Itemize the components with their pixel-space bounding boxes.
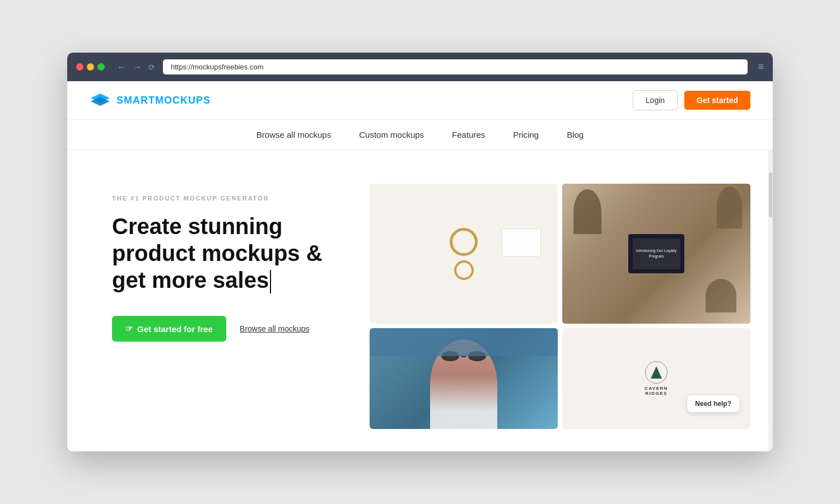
rings-art [450, 228, 478, 280]
forward-button[interactable]: → [130, 61, 144, 73]
address-bar[interactable]: https://mockupsfreebies.com [163, 59, 748, 74]
refresh-button[interactable]: ⟳ [146, 62, 157, 73]
logo-text: SMARTMOCKUPS [116, 95, 211, 106]
hero-title-line2: product mockups & [112, 241, 323, 265]
browser-nav-buttons: ← → ⟳ [115, 61, 157, 73]
product-card-mockup [370, 184, 558, 324]
dot-minimize[interactable] [87, 63, 94, 71]
car-scene [370, 328, 558, 429]
browser-window: ← → ⟳ https://mockupsfreebies.com ≡ SMAR… [67, 53, 773, 451]
person-silhouette-2 [717, 186, 742, 228]
logo-area: SMARTMOCKUPS [90, 92, 211, 108]
gold-ring-large [450, 228, 478, 256]
header-buttons: Login Get started [633, 90, 750, 110]
laptop-screen-text: Introducing Our Loyalty Program [633, 239, 680, 269]
laptop-mockup: Introducing Our Loyalty Program [628, 234, 684, 273]
office-scene: Introducing Our Loyalty Program [562, 184, 750, 324]
nature-brand-label: CAVERNRIDGES [645, 386, 668, 396]
nav-item-features[interactable]: Features [452, 130, 485, 139]
car-window [370, 328, 558, 356]
hero-images: Introducing Our Loyalty Program [370, 184, 750, 429]
nav-item-pricing[interactable]: Pricing [513, 130, 539, 139]
hero-actions: ☞ Get started for free Browse all mockup… [112, 316, 347, 342]
get-started-button[interactable]: Get started [684, 91, 750, 110]
tree-icon [651, 366, 662, 379]
nature-logo-circle [645, 361, 668, 384]
office-laptop-card: Introducing Our Loyalty Program [562, 184, 750, 324]
hero-text: THE #1 PRODUCT MOCKUP GENERATOR Create s… [112, 184, 347, 342]
site-nav: Browse all mockups Custom mockups Featur… [67, 120, 773, 150]
dot-close[interactable] [76, 63, 83, 71]
url-text: https://mockupsfreebies.com [171, 63, 263, 71]
back-button[interactable]: ← [115, 61, 128, 73]
browser-titlebar: ← → ⟳ https://mockupsfreebies.com ≡ [67, 53, 773, 81]
browser-dots [76, 63, 105, 71]
nature-card-content: CAVERNRIDGES [562, 328, 750, 429]
browser-menu-button[interactable]: ≡ [758, 61, 764, 73]
envelope-card [502, 228, 541, 256]
person-silhouette-3 [706, 279, 736, 312]
hero-section: THE #1 PRODUCT MOCKUP GENERATOR Create s… [67, 150, 773, 451]
dot-maximize[interactable] [97, 63, 105, 71]
nature-brand-card: CAVERNRIDGES Need help? [562, 328, 750, 429]
car-person-card [370, 328, 558, 429]
logo-icon [90, 92, 111, 108]
nav-item-blog[interactable]: Blog [567, 130, 584, 139]
scrollbar-thumb [769, 172, 772, 217]
hero-subtitle: THE #1 PRODUCT MOCKUP GENERATOR [112, 195, 347, 202]
cta-free-button[interactable]: ☞ Get started for free [112, 316, 226, 342]
hero-title-line1: Create stunning [112, 214, 282, 239]
hero-title-line3: get more sales [112, 268, 269, 292]
nav-item-custom[interactable]: Custom mockups [359, 130, 424, 139]
nav-item-browse[interactable]: Browse all mockups [256, 130, 331, 139]
gold-ring-small [454, 260, 474, 280]
hand-icon: ☞ [125, 324, 133, 334]
need-help-bubble[interactable]: Need help? [687, 395, 739, 412]
login-button[interactable]: Login [633, 90, 678, 110]
scrollbar[interactable] [768, 150, 773, 451]
cta-browse-link[interactable]: Browse all mockups [240, 324, 310, 333]
hero-title: Create stunning product mockups & get mo… [112, 213, 347, 293]
cta-free-label: Get started for free [137, 324, 213, 334]
person-silhouette-1 [573, 189, 601, 234]
site-header: SMARTMOCKUPS Login Get started [67, 81, 773, 120]
